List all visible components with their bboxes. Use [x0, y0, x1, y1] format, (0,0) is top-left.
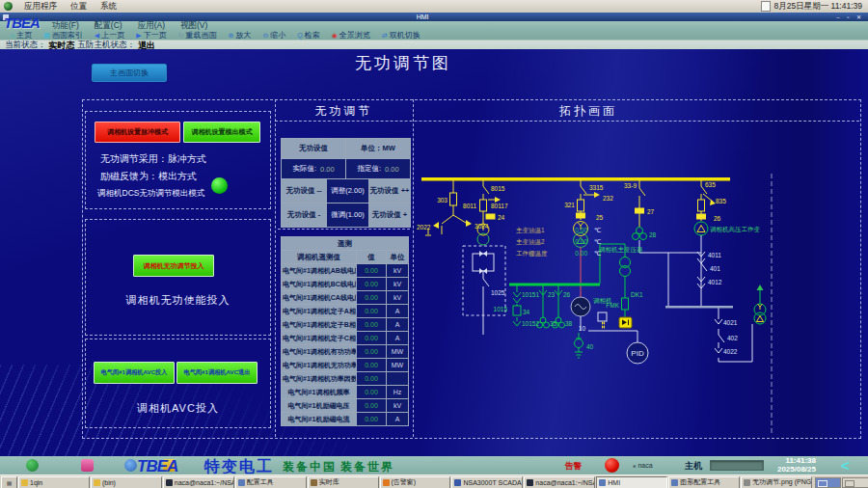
topo-label-80117: 80117: [491, 203, 508, 209]
workspace-pager[interactable]: [815, 477, 868, 488]
taskbar-item-(告警窗)[interactable]: (告警窗): [380, 476, 451, 488]
temp-t-val-2: 0.00: [575, 250, 587, 257]
taskbar-item-图形配置工具[interactable]: 图形配置工具: [668, 476, 740, 488]
telemetry-unit: kV: [387, 264, 409, 278]
window-controls[interactable]: ‒ ▫ ✕: [836, 14, 868, 20]
footer-progress: [710, 460, 764, 471]
collapse-arrow-icon[interactable]: <: [841, 458, 850, 473]
table-row: 电气间#1调相机无功功率0.00MW: [282, 359, 409, 372]
taskbar-item-label: 配置工具: [247, 477, 274, 487]
topo-label-635: 635: [705, 181, 716, 188]
reactive-enable-button[interactable]: 调相机无功调节投入: [133, 255, 214, 277]
taskbar-item-实时库[interactable]: 实时库: [308, 476, 379, 488]
footer-clock: 11:41:382025/08/25: [768, 456, 816, 474]
toolbar-overview-button[interactable]: ◉全景浏览: [327, 30, 375, 40]
temp-t-val-1: 0.00: [575, 238, 587, 245]
footer-bar: TBEA 特变电工 装备中国 装备世界 告警 ⁎ naca 主机 11:41:3…: [0, 456, 868, 474]
show-desktop-button[interactable]: ▦: [1, 476, 17, 488]
workspace-1[interactable]: [815, 477, 842, 488]
topo-label-34: 34: [523, 309, 530, 315]
pulse-mode-button[interactable]: 调相机设置脉冲模式: [95, 122, 180, 143]
screen: 应用程序 位置 系统 8月25日星期一 11:41:39 HMI ‒ ▫ ✕ T…: [0, 0, 868, 488]
toolbar-prev-button[interactable]: ◀上一页: [90, 30, 129, 40]
toolbar-label: 双机切换: [390, 30, 420, 41]
main-busbar: [421, 177, 730, 181]
distro-logo-icon[interactable]: [4, 2, 13, 11]
launcher-gear-icon[interactable]: [124, 459, 137, 472]
search-icon: Q: [297, 32, 302, 39]
avc-caption: 调相机AVC投入: [86, 401, 270, 416]
launcher-leaf-icon[interactable]: [26, 459, 39, 472]
taskbar-item-label: naca@naca1:~/NSA3~: [175, 479, 234, 486]
telemetry-col-unit: 单位: [387, 251, 409, 264]
lv-busbar: [509, 284, 600, 286]
fine-step-cell[interactable]: 微调(1.00): [327, 203, 368, 227]
prev-icon: ◀: [95, 32, 99, 39]
topo-label-DK1: DK1: [631, 291, 643, 298]
topo-label-1015: 1015: [494, 306, 508, 312]
taskbar: ▦ 1qin(bin)naca@naca1:~/NSA3~配置工具实时库(告警窗…: [0, 474, 868, 488]
telemetry-val: 0.00: [357, 359, 387, 372]
mid-separator: [278, 229, 410, 230]
taskbar-item-配置工具[interactable]: 配置工具: [235, 476, 307, 488]
table-row: 电气间#1调相机BC线电压0.00kV: [282, 278, 409, 291]
toolbar-zoom-out-button[interactable]: ⊖缩小: [258, 30, 290, 40]
table-row: 电气间#1调相机CA线电压0.00kV: [282, 291, 409, 305]
adjust-step-cell[interactable]: 调整(2.00): [327, 179, 368, 203]
launcher-pink-icon[interactable]: [81, 459, 94, 472]
menu-places[interactable]: 位置: [64, 1, 94, 13]
toolbar-home-button[interactable]: ⌂主页: [6, 30, 37, 40]
setpoint-minus2-button[interactable]: 无功设值 --: [282, 179, 326, 203]
taskbar-item-无功调节.png (PNG Im~[interactable]: 无功调节.png (PNG Im~: [741, 476, 812, 488]
topology-diagram: 主变油温10.00℃主变油温20.00℃工作棚温度0.00℃ 303202230…: [413, 99, 861, 437]
setpoint-plus2-button[interactable]: 无功设值 ++: [369, 179, 410, 203]
footer-alarm-text: 告警: [565, 461, 582, 473]
avc-off-button[interactable]: 电气间#1调相机AVC退出: [176, 362, 258, 384]
toolbar-search-button[interactable]: Q检索: [292, 30, 324, 40]
setpoint-plus1-button[interactable]: 无功设值 +: [369, 203, 410, 227]
taskbar-item-1qin[interactable]: 1qin: [18, 476, 90, 488]
toolbar-next-button[interactable]: ▶下一页: [131, 30, 171, 40]
telemetry-unit: kV: [387, 291, 409, 305]
taskbar-item-(bin)[interactable]: (bin): [91, 476, 162, 488]
avc-on-button[interactable]: 电气间#1调相机AVC投入: [94, 362, 175, 384]
setpoint-header: 无功设值: [282, 139, 345, 158]
toolbar-switch-button[interactable]: ⇄双机切换: [377, 30, 425, 40]
hmi-canvas: 无功调节图 主画面切换 无功调节 拓扑画面 调相机设置脉冲模式 调相机设置模出模…: [0, 49, 868, 456]
mode-section: 调相机设置脉冲模式 调相机设置模出模式 无功调节采用：脉冲方式 励磁反馈为：模出…: [85, 111, 271, 209]
alarm-indicator[interactable]: [605, 458, 619, 473]
notes-icon[interactable]: [761, 1, 771, 12]
workspace-2[interactable]: [842, 477, 868, 488]
desktop-clock[interactable]: 8月25日星期一 11:41:39: [774, 1, 863, 13]
table-row: 电气间#1调相机功率因数0.00: [282, 372, 409, 386]
topo-label-1025: 1025: [491, 289, 505, 296]
table-row: 电气间#1调相机定子B相电流0.00A: [282, 318, 409, 332]
topo-label-303: 303: [437, 197, 448, 203]
topo-label-401: 401: [710, 265, 720, 272]
footer-slogan-1: 装备中国: [283, 459, 337, 475]
index-icon: ▤: [43, 32, 50, 39]
main-screen-switch-button[interactable]: 主画面切换: [92, 64, 167, 82]
taskbar-item-label: 实时库: [319, 477, 339, 487]
taskbar-item-naca@naca1:~/NSA3~[interactable]: naca@naca1:~/NSA3~: [163, 476, 234, 488]
toolbar-zoom-in-button[interactable]: ⊕放大: [224, 30, 257, 40]
menu-system[interactable]: 系统: [94, 1, 123, 13]
scada-icon: [454, 479, 461, 486]
mode-line-3: 调相机DCS无功调节模出模式: [97, 188, 204, 200]
taskbar-item-label: 无功调节.png (PNG Im~: [752, 477, 812, 487]
analog-mode-button[interactable]: 调相机设置模出模式: [183, 122, 260, 143]
table-row: 电气间#1机励磁电压0.00kV: [282, 399, 409, 413]
toolbar-reload-button[interactable]: ↻重载画面: [174, 30, 222, 40]
telemetry-unit: A: [387, 413, 409, 426]
toolbar-index-button[interactable]: ▤画面索引: [39, 30, 88, 40]
setpoint-minus1-button[interactable]: 无功设值 -: [282, 203, 326, 227]
taskbar-item-naca@naca1:~/NSA3~[interactable]: naca@naca1:~/NSA3~: [524, 476, 595, 488]
folder-icon: [94, 479, 100, 486]
telemetry-val: 0.00: [357, 413, 387, 426]
menu-applications[interactable]: 应用程序: [17, 1, 64, 13]
taskbar-item-HMI[interactable]: HMI: [596, 476, 667, 488]
taskbar-item-NSA3000T SCADA[interactable]: NSA3000T SCADA: [451, 476, 523, 488]
telemetry-lbl: 电气间#1调相机定子A相电流: [282, 305, 357, 318]
window-icon: [671, 479, 678, 486]
temp-t-label-0: 主变油温1: [516, 227, 545, 234]
